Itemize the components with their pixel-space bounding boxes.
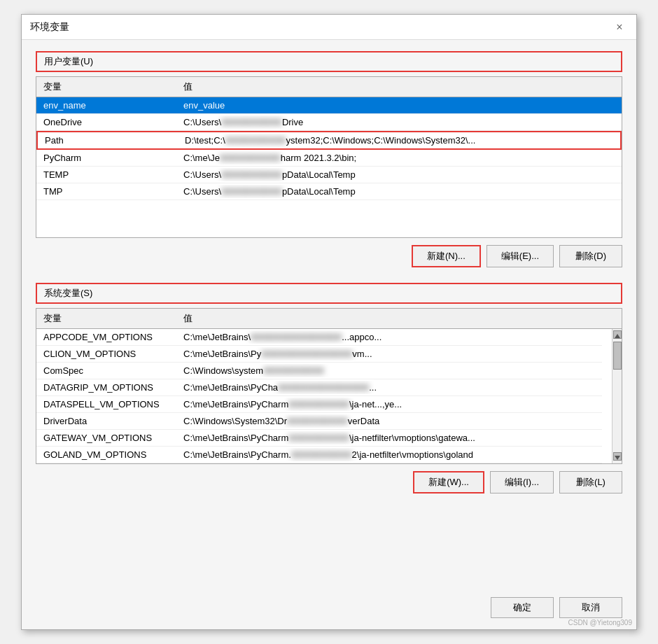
scrollbar-thumb[interactable] [613,342,622,370]
system-new-button[interactable]: 新建(W)... [413,471,484,493]
table-row[interactable]: APPCODE_VM_OPTIONS C:\me\JetBrains\XXXXX… [36,329,602,346]
var-cell: TMP [41,185,181,198]
table-row[interactable]: TEMP C:\Users\XXXXXXXXXXpData\Local\Temp [36,167,622,183]
cancel-button[interactable]: 取消 [559,597,622,618]
var-cell: GATEWAY_VM_OPTIONS [41,431,181,444]
environment-variables-dialog: 环境变量 × 用户变量(U) 变量 值 env_name env_value O… [21,14,637,630]
ok-button[interactable]: 确定 [491,597,554,618]
val-cell: C:\Users\XXXXXXXXXXpData\Local\Temp [181,168,617,181]
val-cell: C:\me\JetBrains\PyChaXXXXXXXXXXXXXXX... [181,381,598,394]
system-delete-button[interactable]: 删除(L) [559,471,622,493]
system-table-inner: APPCODE_VM_OPTIONS C:\me\JetBrains\XXXXX… [36,329,612,463]
var-cell: DATAGRIP_VM_OPTIONS [41,381,181,394]
system-variables-table: 变量 值 APPCODE_VM_OPTIONS C:\me\JetBrains\… [36,308,622,464]
val-cell: C:\Windows\System32\DrXXXXXXXXXXverData [181,414,598,428]
var-cell: Path [42,134,182,147]
val-cell: C:\me\JetBrains\PyCharm.XXXXXXXXXX2\ja-n… [181,448,598,461]
table-row[interactable]: ComSpec C:\Windows\systemXXXXXXXXXX [36,363,602,379]
table-row[interactable]: GOLAND_VM_OPTIONS C:\me\JetBrains\PyChar… [36,447,602,463]
system-btn-row: 新建(W)... 编辑(I)... 删除(L) [36,471,622,493]
var-cell: DATASPELL_VM_OPTIONS [41,398,181,411]
var-cell: env_name [41,99,181,112]
user-section-header[interactable]: 用户变量(U) [36,51,622,72]
close-button[interactable]: × [611,19,628,36]
table-row[interactable]: PyCharm C:\me\JeXXXXXXXXXXharm 2021.3.2\… [36,150,622,167]
system-table-header: 变量 值 [36,309,622,329]
table-row[interactable]: DATAGRIP_VM_OPTIONS C:\me\JetBrains\PyCh… [36,379,602,396]
val-cell: C:\me\JetBrains\PyCharmXXXXXXXXXX\ja-net… [181,431,598,444]
var-cell: GOLAND_VM_OPTIONS [41,448,181,461]
scrollbar-down-arrow[interactable] [613,452,622,461]
user-edit-button[interactable]: 编辑(E)... [486,245,554,267]
table-row-path[interactable]: Path D:\test;C:\XXXXXXXXXXystem32;C:\Win… [36,131,622,150]
table-row[interactable]: DATASPELL_VM_OPTIONS C:\me\JetBrains\PyC… [36,396,602,413]
table-row[interactable]: DriverData C:\Windows\System32\DrXXXXXXX… [36,413,602,430]
var-cell: APPCODE_VM_OPTIONS [41,330,181,344]
val-cell: C:\Windows\systemXXXXXXXXXX [181,364,598,377]
dialog-body: 用户变量(U) 变量 值 env_name env_value OneDrive… [22,40,636,590]
val-cell: C:\me\JeXXXXXXXXXXharm 2021.3.2\bin; [181,151,617,164]
system-section-header[interactable]: 系统变量(S) [36,283,622,304]
val-cell: C:\Users\XXXXXXXXXXpData\Local\Temp [181,185,617,198]
var-cell: CLION_VM_OPTIONS [41,347,181,360]
bottom-btn-row: 确定 取消 [22,590,636,629]
var-cell: OneDrive [41,115,181,129]
val-cell: env_value [181,99,617,112]
dialog-title: 环境变量 [30,21,69,34]
title-bar: 环境变量 × [22,15,636,40]
table-row[interactable]: GATEWAY_VM_OPTIONS C:\me\JetBrains\PyCha… [36,430,602,447]
var-cell: ComSpec [41,364,181,377]
user-table-body: env_name env_value OneDrive C:\Users\XXX… [36,97,622,237]
table-row[interactable]: env_name env_value [36,97,622,114]
val-cell: C:\me\JetBrains\PyCharmXXXXXXXXXX\ja-net… [181,398,598,411]
user-delete-button[interactable]: 删除(D) [559,245,622,267]
svg-marker-1 [615,456,620,460]
table-row[interactable]: CLION_VM_OPTIONS C:\me\JetBrains\PyXXXXX… [36,346,602,363]
val-cell: D:\test;C:\XXXXXXXXXXystem32;C:\Windows;… [182,134,616,147]
system-col-var: 变量 [41,311,181,326]
user-btn-row: 新建(N)... 编辑(E)... 删除(D) [36,245,622,267]
table-row[interactable]: TMP C:\Users\XXXXXXXXXXpData\Local\Temp [36,183,622,200]
val-cell: C:\me\JetBrains\XXXXXXXXXXXXXXX...appco.… [181,330,598,344]
scrollbar[interactable] [612,329,622,463]
user-variables-table: 变量 值 env_name env_value OneDrive C:\User… [36,76,622,238]
system-col-val: 值 [181,311,609,326]
val-cell: C:\Users\XXXXXXXXXXDrive [181,115,617,129]
user-col-val: 值 [181,79,617,94]
var-cell: TEMP [41,168,181,181]
svg-marker-0 [615,334,620,338]
user-col-var: 变量 [41,79,181,94]
system-edit-button[interactable]: 编辑(I)... [490,471,554,493]
watermark: CSDN @Yietong309 [568,619,633,626]
user-table-header: 变量 值 [36,77,622,97]
scrollbar-up-arrow[interactable] [613,330,622,339]
system-table-scroll-area: APPCODE_VM_OPTIONS C:\me\JetBrains\XXXXX… [36,329,622,463]
var-cell: DriverData [41,414,181,428]
val-cell: C:\me\JetBrains\PyXXXXXXXXXXXXXXXvm... [181,347,598,360]
var-cell: PyCharm [41,151,181,164]
user-new-button[interactable]: 新建(N)... [412,245,481,267]
table-row[interactable]: OneDrive C:\Users\XXXXXXXXXXDrive [36,114,622,131]
